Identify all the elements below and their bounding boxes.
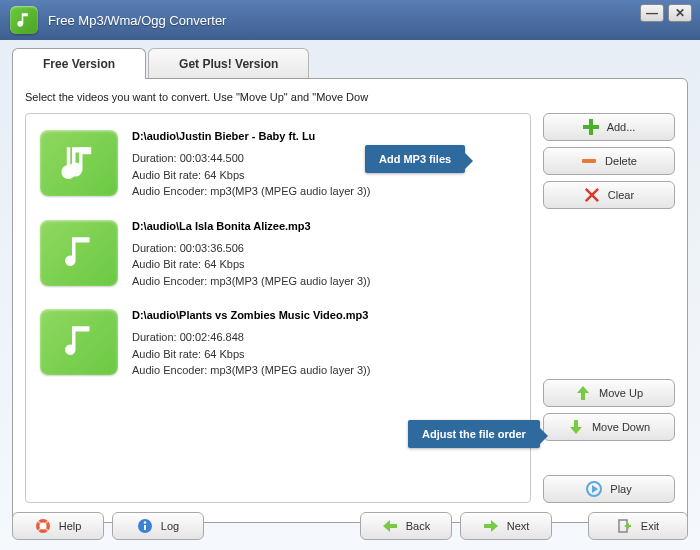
bottom-bar: Help Log Back Next Exit [12, 512, 688, 540]
add-button[interactable]: Add... [543, 113, 675, 141]
back-label: Back [406, 520, 430, 532]
help-icon [35, 518, 51, 534]
back-button[interactable]: Back [360, 512, 452, 540]
svg-rect-7 [144, 525, 146, 530]
minus-icon [581, 153, 597, 169]
app-icon [10, 6, 38, 34]
minimize-button[interactable]: — [640, 4, 664, 22]
svg-rect-0 [582, 159, 596, 163]
file-name: D:\audio\Plants vs Zombies Music Video.m… [132, 309, 516, 321]
file-bitrate: Audio Bit rate: 64 Kbps [132, 256, 516, 273]
info-icon [137, 518, 153, 534]
side-controls: Add... Delete Clear Move Up Move Do [543, 113, 675, 503]
move-up-button[interactable]: Move Up [543, 379, 675, 407]
file-encoder: Audio Encoder: mp3(MP3 (MPEG audio layer… [132, 273, 516, 290]
title-bar: Free Mp3/Wma/Ogg Converter — ✕ [0, 0, 700, 40]
clear-label: Clear [608, 189, 634, 201]
moveup-label: Move Up [599, 387, 643, 399]
exit-label: Exit [641, 520, 659, 532]
list-item[interactable]: D:\audio\Plants vs Zombies Music Video.m… [32, 299, 524, 389]
instruction-text: Select the videos you want to convert. U… [25, 91, 675, 103]
help-label: Help [59, 520, 82, 532]
movedown-label: Move Down [592, 421, 650, 433]
file-encoder: Audio Encoder: mp3(MP3 (MPEG audio layer… [132, 362, 516, 379]
x-icon [584, 187, 600, 203]
arrow-up-icon [575, 385, 591, 401]
play-label: Play [610, 483, 631, 495]
delete-label: Delete [605, 155, 637, 167]
file-name: D:\audio\Justin Bieber - Baby ft. Lu [132, 130, 516, 142]
log-label: Log [161, 520, 179, 532]
file-bitrate: Audio Bit rate: 64 Kbps [132, 346, 516, 363]
move-down-button[interactable]: Move Down [543, 413, 675, 441]
add-label: Add... [607, 121, 636, 133]
arrow-left-icon [382, 518, 398, 534]
play-button[interactable]: Play [543, 475, 675, 503]
file-name: D:\audio\La Isla Bonita Alizee.mp3 [132, 220, 516, 232]
tab-content: Select the videos you want to convert. U… [12, 78, 688, 523]
close-button[interactable]: ✕ [668, 4, 692, 22]
play-icon [586, 481, 602, 497]
music-icon [40, 130, 118, 196]
delete-button[interactable]: Delete [543, 147, 675, 175]
arrow-down-icon [568, 419, 584, 435]
file-duration: Duration: 00:03:36.506 [132, 240, 516, 257]
music-icon [40, 220, 118, 286]
next-label: Next [507, 520, 530, 532]
file-duration: Duration: 00:02:46.848 [132, 329, 516, 346]
svg-point-8 [144, 521, 146, 523]
callout-file-order: Adjust the file order [408, 420, 540, 448]
clear-button[interactable]: Clear [543, 181, 675, 209]
music-icon [40, 309, 118, 375]
callout-add-files: Add MP3 files [365, 145, 465, 173]
tab-bar: Free Version Get Plus! Version [0, 40, 700, 79]
list-item[interactable]: D:\audio\La Isla Bonita Alizee.mp3 Durat… [32, 210, 524, 300]
plus-icon [583, 119, 599, 135]
arrow-right-icon [483, 518, 499, 534]
file-encoder: Audio Encoder: mp3(MP3 (MPEG audio layer… [132, 183, 516, 200]
exit-icon [617, 518, 633, 534]
next-button[interactable]: Next [460, 512, 552, 540]
tab-free-version[interactable]: Free Version [12, 48, 146, 79]
app-title: Free Mp3/Wma/Ogg Converter [48, 13, 226, 28]
exit-button[interactable]: Exit [588, 512, 688, 540]
help-button[interactable]: Help [12, 512, 104, 540]
tab-plus-version[interactable]: Get Plus! Version [148, 48, 309, 79]
log-button[interactable]: Log [112, 512, 204, 540]
